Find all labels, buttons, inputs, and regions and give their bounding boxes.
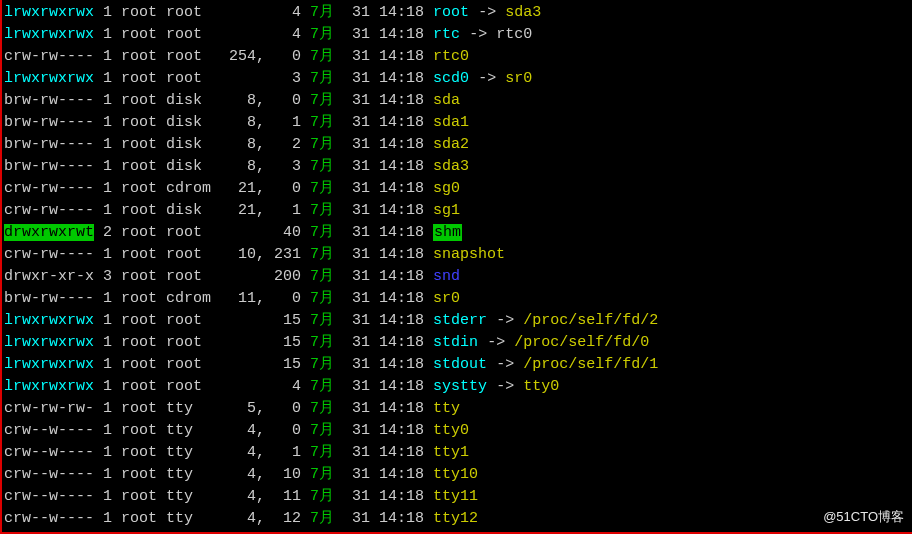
permissions: crw--w---- — [4, 422, 94, 439]
list-row: crw--w---- 1 root tty 4, 1 7月 31 14:18 t… — [4, 442, 912, 464]
permissions: drwxrwxrwt — [4, 224, 94, 241]
date-time: 31 14:18 — [334, 334, 433, 351]
file-meta: 1 root tty 4, 10 — [94, 466, 310, 483]
list-row: crw-rw---- 1 root root 10, 231 7月 31 14:… — [4, 244, 912, 266]
list-row: drwxr-xr-x 3 root root 200 7月 31 14:18 s… — [4, 266, 912, 288]
date-time: 31 14:18 — [334, 422, 433, 439]
symlink-target: /proc/self/fd/0 — [514, 334, 649, 351]
list-row: crw--w---- 1 root tty 4, 0 7月 31 14:18 t… — [4, 420, 912, 442]
list-row: lrwxrwxrwx 1 root root 15 7月 31 14:18 st… — [4, 354, 912, 376]
file-meta: 1 root disk 8, 0 — [94, 92, 310, 109]
month: 7月 — [310, 400, 334, 417]
date-time: 31 14:18 — [334, 114, 433, 131]
date-time: 31 14:18 — [334, 180, 433, 197]
date-time: 31 14:18 — [334, 202, 433, 219]
list-row: lrwxrwxrwx 1 root root 4 7月 31 14:18 roo… — [4, 2, 912, 24]
list-row: drwxrwxrwt 2 root root 40 7月 31 14:18 sh… — [4, 222, 912, 244]
file-name: shm — [433, 224, 462, 241]
file-name: tty11 — [433, 488, 478, 505]
file-meta: 2 root root 40 — [94, 224, 310, 241]
month: 7月 — [310, 48, 334, 65]
file-meta: 1 root root 4 — [94, 378, 310, 395]
list-row: crw-rw-rw- 1 root tty 5, 0 7月 31 14:18 t… — [4, 398, 912, 420]
date-time: 31 14:18 — [334, 268, 433, 285]
file-meta: 1 root tty 5, 0 — [94, 400, 310, 417]
month: 7月 — [310, 92, 334, 109]
permissions: lrwxrwxrwx — [4, 334, 94, 351]
list-row: lrwxrwxrwx 1 root root 4 7月 31 14:18 rtc… — [4, 24, 912, 46]
file-meta: 1 root disk 8, 3 — [94, 158, 310, 175]
date-time: 31 14:18 — [334, 400, 433, 417]
file-meta: 1 root root 15 — [94, 312, 310, 329]
file-name: sda3 — [433, 158, 469, 175]
list-row: lrwxrwxrwx 1 root root 4 7月 31 14:18 sys… — [4, 376, 912, 398]
symlink-arrow: -> — [460, 26, 496, 43]
symlink-target: tty0 — [523, 378, 559, 395]
month: 7月 — [310, 422, 334, 439]
month: 7月 — [310, 246, 334, 263]
symlink-arrow: -> — [487, 312, 523, 329]
month: 7月 — [310, 202, 334, 219]
month: 7月 — [310, 466, 334, 483]
file-name: tty — [433, 400, 460, 417]
file-meta: 1 root root 4 — [94, 26, 310, 43]
permissions: drwxr-xr-x — [4, 268, 94, 285]
date-time: 31 14:18 — [334, 466, 433, 483]
permissions: crw--w---- — [4, 444, 94, 461]
permissions: lrwxrwxrwx — [4, 4, 94, 21]
month: 7月 — [310, 312, 334, 329]
permissions: crw-rw-rw- — [4, 400, 94, 417]
permissions: brw-rw---- — [4, 158, 94, 175]
symlink-arrow: -> — [478, 334, 514, 351]
file-meta: 1 root root 254, 0 — [94, 48, 310, 65]
file-name: sda — [433, 92, 460, 109]
date-time: 31 14:18 — [334, 312, 433, 329]
symlink-arrow: -> — [487, 356, 523, 373]
symlink-target: sda3 — [505, 4, 541, 21]
file-name: rtc0 — [433, 48, 469, 65]
list-row: lrwxrwxrwx 1 root root 15 7月 31 14:18 st… — [4, 332, 912, 354]
month: 7月 — [310, 488, 334, 505]
permissions: lrwxrwxrwx — [4, 26, 94, 43]
list-row: brw-rw---- 1 root cdrom 11, 0 7月 31 14:1… — [4, 288, 912, 310]
file-meta: 1 root disk 8, 1 — [94, 114, 310, 131]
permissions: lrwxrwxrwx — [4, 378, 94, 395]
permissions: crw--w---- — [4, 466, 94, 483]
file-meta: 1 root tty 4, 1 — [94, 444, 310, 461]
list-row: crw--w---- 1 root tty 4, 12 7月 31 14:18 … — [4, 508, 912, 530]
symlink-arrow: -> — [469, 4, 505, 21]
list-row: brw-rw---- 1 root disk 8, 1 7月 31 14:18 … — [4, 112, 912, 134]
date-time: 31 14:18 — [334, 158, 433, 175]
month: 7月 — [310, 334, 334, 351]
date-time: 31 14:18 — [334, 488, 433, 505]
month: 7月 — [310, 70, 334, 87]
date-time: 31 14:18 — [334, 246, 433, 263]
file-meta: 1 root disk 21, 1 — [94, 202, 310, 219]
terminal-output[interactable]: lrwxrwxrwx 1 root root 4 7月 31 14:18 roo… — [0, 0, 912, 534]
permissions: crw-rw---- — [4, 180, 94, 197]
date-time: 31 14:18 — [334, 510, 433, 527]
permissions: lrwxrwxrwx — [4, 356, 94, 373]
permissions: brw-rw---- — [4, 136, 94, 153]
file-name: sr0 — [433, 290, 460, 307]
list-row: brw-rw---- 1 root disk 8, 0 7月 31 14:18 … — [4, 90, 912, 112]
list-row: crw-rw---- 1 root disk 21, 1 7月 31 14:18… — [4, 200, 912, 222]
file-name: stdout — [433, 356, 487, 373]
month: 7月 — [310, 114, 334, 131]
permissions: brw-rw---- — [4, 290, 94, 307]
date-time: 31 14:18 — [334, 378, 433, 395]
date-time: 31 14:18 — [334, 136, 433, 153]
month: 7月 — [310, 268, 334, 285]
permissions: lrwxrwxrwx — [4, 70, 94, 87]
permissions: crw-rw---- — [4, 246, 94, 263]
month: 7月 — [310, 510, 334, 527]
month: 7月 — [310, 26, 334, 43]
date-time: 31 14:18 — [334, 290, 433, 307]
date-time: 31 14:18 — [334, 4, 433, 21]
date-time: 31 14:18 — [334, 224, 433, 241]
symlink-arrow: -> — [469, 70, 505, 87]
permissions: crw--w---- — [4, 510, 94, 527]
month: 7月 — [310, 356, 334, 373]
list-row: crw--w---- 1 root tty 4, 10 7月 31 14:18 … — [4, 464, 912, 486]
file-name: sda1 — [433, 114, 469, 131]
